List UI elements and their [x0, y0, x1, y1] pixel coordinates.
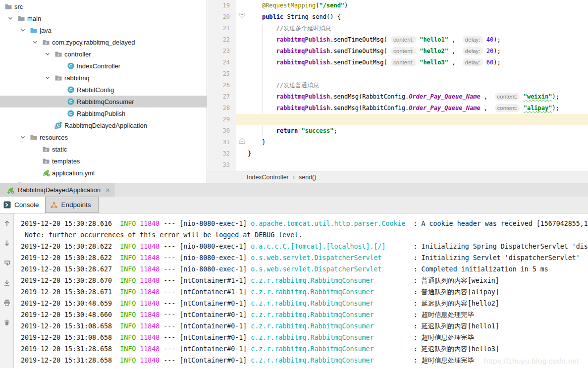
console-output[interactable]: 2019-12-20 15:30:28.616 INFO 11848 --- [… — [14, 213, 588, 368]
java-source-folder-icon — [29, 26, 38, 34]
tab-endpoints[interactable]: Endpoints — [45, 197, 99, 213]
code-text[interactable] — [248, 159, 588, 171]
code-text[interactable] — [248, 114, 588, 125]
editor-lines[interactable]: 19 @RequestMapping("/send")20 public Str… — [207, 0, 588, 171]
soft-wrap-icon[interactable] — [3, 259, 11, 267]
tree-item-main[interactable]: main — [0, 12, 207, 24]
code-line: 29 — [207, 114, 588, 125]
fold-gutter — [236, 148, 248, 159]
console-area: 2019-12-20 15:30:28.616 INFO 11848 --- [… — [0, 213, 588, 368]
project-tree-panel[interactable]: srcmainjavacom.zypcy.rabbitmq_delayedcon… — [0, 0, 207, 183]
resources-folder-icon — [29, 133, 38, 141]
chevron-down-icon[interactable] — [41, 50, 54, 58]
tree-item-rabbitmqconsumer[interactable]: CRabbitmqConsumer — [0, 96, 207, 107]
code-text[interactable]: rabbitmqPublish.sendMsg(RabbitConfig.Ord… — [248, 103, 588, 114]
tree-item-label: com.zypcy.rabbitmq_delayed — [52, 39, 135, 46]
code-line: 21 //发送多个延时消息 — [207, 23, 588, 34]
fold-close-icon[interactable] — [239, 137, 245, 148]
print-icon[interactable] — [3, 299, 11, 307]
folder-icon — [17, 14, 26, 22]
line-number: 28 — [207, 103, 236, 114]
tree-item-java[interactable]: java — [0, 24, 207, 36]
code-text[interactable]: rabbitmqPublish.sendTimeOutMsg( content:… — [248, 34, 588, 46]
tree-item-rabbitmqpublish[interactable]: CRabbitmqPublish — [0, 107, 207, 119]
code-text[interactable]: //发送普通消息 — [248, 80, 588, 91]
svg-text:C: C — [69, 110, 73, 116]
tree-item-label: application.yml — [52, 169, 95, 177]
tree-item-label: java — [40, 27, 52, 34]
fold-open-icon[interactable] — [239, 11, 245, 23]
class-icon: C — [66, 98, 75, 105]
code-line: 30 return "success"; — [207, 125, 588, 137]
line-number: 26 — [207, 80, 236, 91]
top-split: srcmainjavacom.zypcy.rabbitmq_delayedcon… — [0, 0, 588, 183]
run-tab-label: RabbitmqDelayedApplication — [18, 186, 101, 194]
chevron-down-icon[interactable] — [16, 133, 29, 141]
tree-item-static[interactable]: static — [0, 143, 207, 155]
down-arrow-icon[interactable] — [3, 239, 11, 247]
package-icon — [54, 50, 63, 58]
code-line: 24 rabbitmqPublish.sendTimeOutMsg( conte… — [207, 57, 588, 68]
tree-item-rabbitmq[interactable]: rabbitmq — [0, 72, 207, 84]
chevron-down-icon[interactable] — [4, 181, 17, 183]
tree-item-test[interactable]: test — [0, 179, 207, 183]
tree-item-label: templates — [52, 158, 80, 165]
tree-item-indexcontroller[interactable]: CIndexController — [0, 60, 207, 72]
fold-gutter — [236, 46, 248, 57]
line-number: 31 — [207, 137, 236, 148]
ide-window: srcmainjavacom.zypcy.rabbitmq_delayedcon… — [0, 0, 588, 369]
tree-item-application-yml[interactable]: application.yml — [0, 167, 207, 179]
breadcrumb-method[interactable]: send() — [299, 174, 316, 181]
tree-item-rabbitmqdelayedapplication[interactable]: CRabbitmqDelayedApplication — [0, 119, 207, 131]
code-text[interactable]: return "success"; — [248, 125, 588, 137]
code-text[interactable]: rabbitmqPublish.sendTimeOutMsg( content:… — [248, 57, 588, 68]
breadcrumb-class[interactable]: IndexController — [247, 174, 289, 181]
close-icon[interactable]: × — [106, 186, 110, 194]
fold-gutter — [236, 125, 248, 137]
line-number: 21 — [207, 23, 236, 34]
fold-gutter — [236, 23, 248, 34]
log-line: 2019-12-20 15:30:28.622 INFO 11848 --- [… — [21, 241, 588, 252]
tree-item-resources[interactable]: resources — [0, 131, 207, 143]
clear-all-icon[interactable] — [3, 318, 11, 326]
tree-item-src[interactable]: src — [0, 0, 207, 12]
tree-item-controller[interactable]: controller — [0, 48, 207, 60]
code-line: 26 //发送普通消息 — [207, 80, 588, 91]
chevron-down-icon[interactable] — [29, 38, 42, 46]
log-line: 2019-12-20 15:30:28.671 INFO 11848 --- [… — [21, 286, 588, 298]
run-tab-rabbitmqdelayedapplication[interactable]: RabbitmqDelayedApplication × — [0, 183, 114, 197]
tree-item-label: RabbitmqConsumer — [77, 98, 134, 105]
code-text[interactable]: rabbitmqPublish.sendMsg(RabbitConfig.Ord… — [248, 91, 588, 103]
fold-gutter — [236, 137, 248, 148]
code-line: 20 public String send() { — [207, 11, 588, 23]
tab-console[interactable]: Console — [0, 197, 45, 213]
code-text[interactable]: //发送多个延时消息 — [248, 23, 588, 34]
chevron-down-icon[interactable] — [41, 74, 54, 82]
code-line: 22 rabbitmqPublish.sendTimeOutMsg( conte… — [207, 34, 588, 46]
tree-item-templates[interactable]: templates — [0, 155, 207, 167]
code-line: 28 rabbitmqPublish.sendMsg(RabbitConfig.… — [207, 103, 588, 114]
tree-item-rabbitconfig[interactable]: CRabbitConfig — [0, 84, 207, 96]
chevron-down-icon[interactable] — [4, 14, 17, 22]
fold-gutter — [236, 80, 248, 91]
fold-gutter — [236, 34, 248, 46]
fold-gutter — [236, 91, 248, 103]
code-line: 23 rabbitmqPublish.sendTimeOutMsg( conte… — [207, 46, 588, 57]
chevron-down-icon[interactable] — [16, 26, 29, 34]
breadcrumb: IndexController › send() — [207, 171, 588, 183]
class-icon: C — [66, 109, 75, 117]
up-arrow-icon[interactable] — [3, 219, 11, 227]
code-text[interactable]: @RequestMapping("/send") — [248, 0, 588, 11]
line-number: 22 — [207, 34, 236, 46]
code-text[interactable]: rabbitmqPublish.sendTimeOutMsg( content:… — [248, 46, 588, 57]
code-text[interactable]: } — [248, 137, 588, 148]
breadcrumb-separator-icon: › — [293, 174, 295, 181]
scroll-to-end-icon[interactable] — [3, 279, 11, 287]
tree-item-com-zypcy-rabbitmq-delayed[interactable]: com.zypcy.rabbitmq_delayed — [0, 36, 207, 48]
package-icon — [42, 145, 51, 153]
code-text[interactable]: } — [248, 148, 588, 159]
fold-gutter — [236, 68, 248, 80]
code-text[interactable] — [248, 68, 588, 80]
code-line: 27 rabbitmqPublish.sendMsg(RabbitConfig.… — [207, 91, 588, 103]
code-text[interactable]: public String send() { — [248, 11, 588, 23]
